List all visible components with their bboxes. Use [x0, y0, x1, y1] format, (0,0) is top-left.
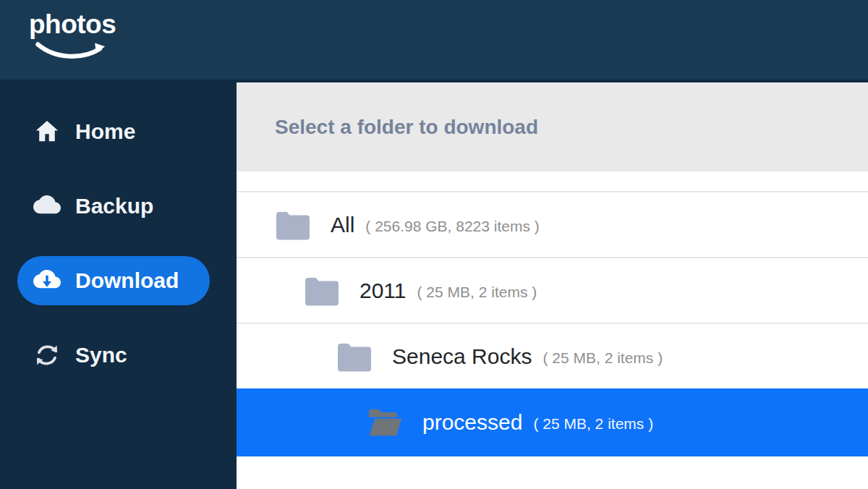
- amazon-photos-logo: photos: [29, 10, 116, 60]
- folder-name: processed: [422, 410, 522, 435]
- cloud-download-icon: [33, 266, 61, 295]
- sidebar-item-backup[interactable]: Backup: [17, 182, 210, 231]
- folder-row-2011[interactable]: 2011 ( 25 MB, 2 items ): [237, 257, 868, 323]
- panel-header: Select a folder to download: [237, 82, 868, 171]
- panel-title: Select a folder to download: [275, 116, 538, 139]
- body-split: Home Backup Download: [0, 80, 868, 489]
- folder-name: 2011: [359, 278, 407, 303]
- folder-row-processed[interactable]: processed ( 25 MB, 2 items ): [237, 388, 868, 456]
- folder-row-seneca-rocks[interactable]: Seneca Rocks ( 25 MB, 2 items ): [237, 323, 868, 388]
- sidebar-item-label: Home: [75, 119, 135, 144]
- folder-meta: ( 25 MB, 2 items ): [533, 412, 653, 433]
- list-spacer: [237, 171, 868, 191]
- folder-icon: [275, 208, 311, 242]
- folder-icon: [336, 340, 373, 373]
- folder-icon: [304, 274, 340, 307]
- folder-meta: ( 256.98 GB, 8223 items ): [365, 215, 539, 235]
- sidebar-item-label: Sync: [75, 343, 127, 367]
- amazon-smile-icon: [32, 41, 113, 60]
- sidebar-item-sync[interactable]: Sync: [17, 331, 210, 380]
- sidebar-item-label: Download: [75, 268, 179, 293]
- cloud-icon: [33, 192, 61, 221]
- folder-list: All ( 256.98 GB, 8223 items ) 2011 ( 25 …: [237, 171, 868, 489]
- logo-text: photos: [29, 10, 116, 40]
- sidebar-item-home[interactable]: Home: [17, 107, 210, 156]
- sidebar: Home Backup Download: [0, 80, 237, 489]
- home-icon: [33, 117, 61, 146]
- folder-meta: ( 25 MB, 2 items ): [417, 281, 537, 301]
- folder-name: All: [331, 213, 354, 237]
- folder-meta: ( 25 MB, 2 items ): [542, 346, 663, 367]
- open-folder-icon: [367, 406, 403, 439]
- sidebar-item-download[interactable]: Download: [17, 256, 210, 305]
- folder-name: Seneca Rocks: [392, 344, 532, 369]
- sidebar-item-label: Backup: [75, 194, 153, 218]
- sync-icon: [33, 341, 61, 370]
- app-window: photos Home Backup: [0, 0, 868, 489]
- folder-row-all[interactable]: All ( 256.98 GB, 8223 items ): [237, 191, 868, 257]
- top-bar: photos: [0, 0, 868, 80]
- main-panel: Select a folder to download All ( 256.98…: [237, 80, 868, 489]
